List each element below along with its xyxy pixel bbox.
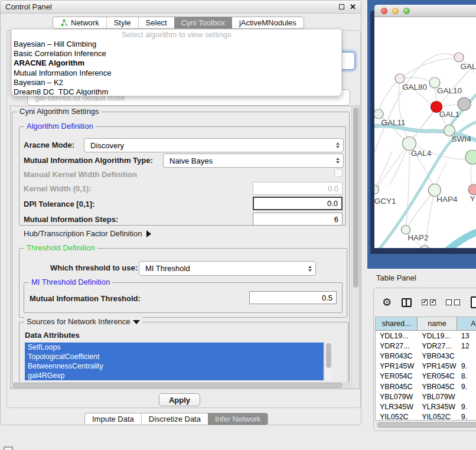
table-cell: YER054C	[418, 371, 457, 381]
table-cell: YDL19...	[376, 331, 418, 341]
mi-steps-field[interactable]: 6	[253, 213, 343, 226]
tab-select[interactable]: Select	[138, 17, 174, 28]
table-row[interactable]: YBL079WYBL079W	[376, 392, 476, 402]
algorithm-option[interactable]: Bayesian – K2	[12, 78, 341, 87]
table-row[interactable]: YPR145WYPR145W9.	[376, 361, 476, 371]
table-cell: 9.	[457, 402, 476, 412]
network-node-label: GAL4	[411, 149, 432, 158]
algorithm-option[interactable]: Bayesian – Hill Climbing	[12, 40, 341, 49]
table-panel-window: ⚙ shared...nameA YDL19...YDL19...13YDR27…	[373, 288, 476, 431]
settings-horizontal-scrollbar[interactable]	[12, 382, 351, 389]
restore-panel-icon[interactable]	[4, 446, 13, 450]
table-row[interactable]: YBR043CYBR043C	[376, 351, 476, 361]
gear-icon[interactable]: ⚙	[382, 297, 392, 308]
table-cell: 9.	[457, 381, 476, 392]
tab-impute-data[interactable]: Impute Data	[85, 413, 141, 425]
table-column-header[interactable]: A	[457, 317, 476, 330]
close-panel-icon[interactable]: ✕	[350, 3, 356, 11]
network-node-gcy1[interactable]	[374, 185, 379, 194]
table-toolbar: ⚙	[374, 293, 476, 312]
attribute-list-item[interactable]: TopologicalCoefficient	[25, 352, 324, 361]
attribute-list-item[interactable]: SelfLoops	[25, 343, 324, 352]
table-column-header[interactable]: shared...	[376, 317, 418, 330]
control-panel-title: Control Panel	[5, 2, 52, 11]
table-cell: YBL079W	[418, 392, 457, 402]
which-threshold-combobox[interactable]: MI Threshold	[139, 261, 316, 276]
tab-network[interactable]: Network	[53, 17, 106, 28]
tab-style[interactable]: Style	[106, 17, 138, 28]
network-canvas[interactable]: GALGAL80GAL10GAL1GAL11SWI4GAL4GCY1HAP4YH…	[374, 17, 476, 248]
algorithm-option[interactable]: Dream8 DC_TDC Algorithm	[12, 87, 341, 96]
algorithm-option[interactable]: Basic Correlation Inference	[12, 49, 341, 58]
table-rows: YDL19...YDL19...13YDR27...YDR27...12YBR0…	[376, 331, 476, 419]
algorithm-option[interactable]: Mutual Information Inference	[12, 69, 341, 78]
minimize-window-icon[interactable]	[392, 8, 399, 14]
table-cell: YBR043C	[418, 351, 457, 361]
table-row[interactable]: YDR27...YDR27...12	[376, 341, 476, 351]
tab-discretize-data[interactable]: Discretize Data	[141, 413, 208, 425]
table-cell: 9.	[457, 412, 476, 420]
list-scrollbar[interactable]	[324, 343, 332, 380]
mi-threshold-field[interactable]: 0.5	[249, 291, 337, 304]
table-cell: YIL052C	[376, 412, 418, 420]
zoom-window-icon[interactable]	[403, 8, 410, 14]
aracne-mode-combobox[interactable]: Discovery	[84, 138, 344, 152]
network-edge[interactable]	[400, 58, 455, 79]
manual-kernel-checkbox[interactable]	[334, 169, 343, 177]
sources-title[interactable]: Sources for Network Inference	[24, 317, 142, 326]
network-node[interactable]	[458, 97, 471, 110]
attribute-list-item[interactable]: gal4RGexp	[25, 371, 324, 380]
table-panel-header: Table Panel	[367, 269, 476, 286]
table-row[interactable]: YER054CYER054C8.	[376, 371, 476, 381]
network-node-gal80[interactable]	[395, 74, 405, 83]
dpi-tolerance-field[interactable]: 0.0	[253, 197, 343, 210]
table-cell: 9.	[457, 361, 476, 371]
deselect-all-columns-icon[interactable]	[446, 299, 460, 305]
network-node-gal[interactable]	[454, 53, 464, 62]
kernel-width-field[interactable]: 0.0	[253, 182, 343, 195]
network-node-label: GAL1	[439, 110, 460, 119]
network-node-gal11[interactable]	[374, 109, 383, 119]
settings-vertical-scrollbar[interactable]	[351, 106, 359, 389]
tab-infer-network[interactable]: Infer Network	[208, 413, 268, 425]
network-node[interactable]	[420, 246, 429, 249]
mi-type-label: Mutual Information Algorithm Type:	[24, 156, 153, 165]
tab-jactivemnodules[interactable]: jActiveMNodules	[232, 17, 304, 28]
close-window-icon[interactable]	[381, 8, 387, 14]
network-node-label: GAL	[460, 62, 476, 71]
network-node[interactable]	[465, 150, 476, 164]
table-cell: YBR045C	[376, 381, 418, 392]
table-cell: 8.	[457, 371, 476, 381]
control-panel: Control Panel ✕ NetworkStyleSelectCyni T…	[0, 0, 361, 425]
network-edge[interactable]	[374, 152, 392, 190]
network-edge[interactable]	[379, 79, 400, 110]
network-edge-highlighted[interactable]	[436, 231, 476, 248]
hub-definition-toggle[interactable]: Hub/Transcription Factor Definition	[24, 229, 151, 238]
export-table-icon[interactable]	[471, 296, 476, 308]
network-node-label: GAL10	[437, 86, 462, 95]
network-edge[interactable]	[408, 190, 435, 226]
mi-type-combobox[interactable]: Naive Bayes	[163, 154, 344, 168]
tab-cyni-toolbox[interactable]: Cyni Toolbox	[174, 17, 232, 28]
table-cell: YPR145W	[418, 361, 457, 371]
apply-button[interactable]: Apply	[159, 393, 200, 406]
network-node-label: GAL11	[381, 118, 405, 127]
float-panel-icon[interactable]	[339, 4, 344, 9]
network-node-y[interactable]	[468, 184, 476, 195]
table-row[interactable]: YBR045CYBR045C9.	[376, 381, 476, 392]
table-cell: YIL052C	[418, 412, 457, 420]
algorithm-option[interactable]: ARACNE Algorithm	[12, 58, 341, 68]
attribute-list-item[interactable]: BetweennessCentrality	[25, 361, 324, 371]
columns-icon[interactable]	[402, 298, 412, 307]
hub-definition-label: Hub/Transcription Factor Definition	[24, 229, 142, 238]
table-horizontal-scrollbar[interactable]	[376, 422, 476, 428]
table-row[interactable]: YIL052CYIL052C9.	[376, 412, 476, 420]
table-row[interactable]: YDL19...YDL19...13	[376, 331, 476, 341]
algorithm-definition-title: Algorithm Definition	[24, 122, 96, 131]
table-header-row: shared...nameA	[376, 317, 476, 331]
data-attributes-list[interactable]: SelfLoopsTopologicalCoefficientBetweenne…	[25, 343, 332, 380]
table-row[interactable]: YLR345WYLR345W9.	[376, 402, 476, 412]
select-all-columns-icon[interactable]	[422, 299, 436, 305]
combo-stepper-icon	[308, 266, 312, 272]
table-column-header[interactable]: name	[418, 317, 457, 330]
